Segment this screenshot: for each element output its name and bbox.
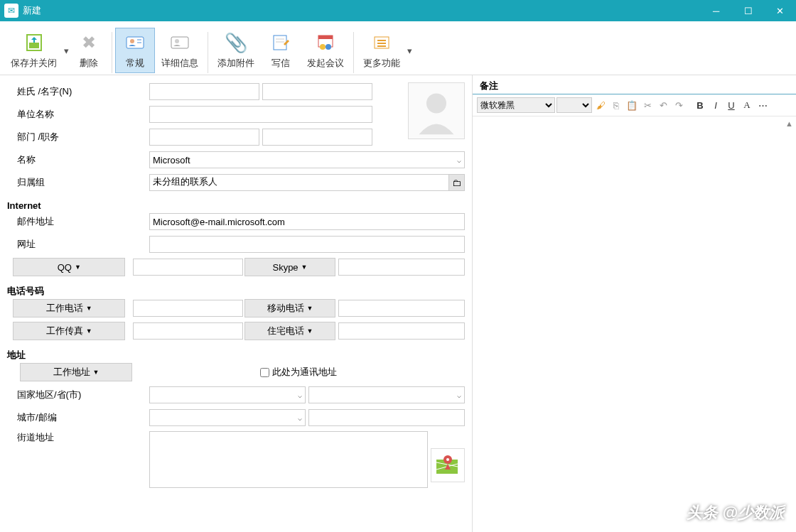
- svg-rect-6: [171, 37, 188, 48]
- website-label: 网址: [7, 238, 149, 251]
- app-icon: ✉: [4, 4, 18, 18]
- display-name-label: 名称: [7, 153, 149, 166]
- mobile-input[interactable]: [338, 300, 465, 317]
- font-size-select[interactable]: [556, 97, 592, 113]
- contact-card-icon: [124, 31, 146, 54]
- chevron-down-icon: ⌵: [298, 414, 302, 422]
- ribbon-toolbar: 保存并关闭 ▾ ✖ 删除 常规 详细信息 📎 添加附件 写信 发起会议: [0, 21, 796, 75]
- company-label: 单位名称: [7, 108, 149, 121]
- italic-button[interactable]: I: [709, 98, 723, 112]
- job-input[interactable]: [262, 129, 372, 146]
- address-section: 地址: [7, 344, 465, 363]
- svg-point-14: [326, 44, 331, 50]
- paperclip-icon: 📎: [225, 31, 247, 54]
- notes-toolbar: 微软雅黑 🖌 ⎘ 📋 ✂ ↶ ↷ B I U A ⋯: [473, 94, 796, 116]
- svg-point-3: [130, 39, 134, 43]
- svg-rect-12: [318, 36, 333, 39]
- notes-title: 备注: [480, 80, 789, 92]
- svg-point-7: [175, 39, 179, 43]
- dept-label: 部门 /职务: [7, 131, 149, 143]
- mobile-selector[interactable]: 移动电话▼: [244, 299, 335, 317]
- city-combo[interactable]: ⌵: [149, 409, 306, 426]
- avatar-placeholder[interactable]: [408, 82, 465, 139]
- meeting-icon: [314, 31, 337, 54]
- delete-button[interactable]: ✖ 删除: [69, 28, 109, 73]
- website-input[interactable]: [149, 236, 465, 253]
- minimize-button[interactable]: ─: [700, 0, 732, 21]
- save-icon: [23, 31, 45, 54]
- work-fax-selector[interactable]: 工作传真▼: [13, 322, 125, 340]
- copy-icon[interactable]: ⎘: [609, 98, 623, 112]
- more-dropdown[interactable]: ▾: [407, 28, 412, 73]
- compose-button[interactable]: 写信: [261, 28, 301, 73]
- street-textarea[interactable]: [149, 431, 428, 488]
- mailing-address-checkbox[interactable]: [260, 368, 269, 377]
- folder-icon[interactable]: 🗀: [448, 175, 464, 190]
- redo-icon[interactable]: ↷: [672, 98, 686, 112]
- details-tab[interactable]: 详细信息: [155, 28, 205, 73]
- display-name-combo[interactable]: Microsoft ⌵: [149, 151, 465, 168]
- scroll-up-icon[interactable]: ▲: [785, 119, 793, 128]
- svg-point-19: [426, 94, 446, 114]
- email-label: 邮件地址: [7, 215, 149, 228]
- skype-input[interactable]: [338, 259, 465, 276]
- svg-point-21: [446, 458, 449, 461]
- surname-label: 姓氏 /名字(N): [7, 85, 149, 98]
- city-label: 城市/邮编: [7, 411, 149, 424]
- bold-button[interactable]: B: [693, 98, 707, 112]
- undo-icon[interactable]: ↶: [656, 98, 670, 112]
- paste-icon[interactable]: 📋: [625, 98, 639, 112]
- details-icon: [168, 31, 191, 54]
- delete-icon: ✖: [77, 31, 100, 54]
- font-style-button[interactable]: A: [740, 98, 754, 112]
- compose-icon: [269, 31, 292, 54]
- meeting-button[interactable]: 发起会议: [301, 28, 350, 73]
- work-address-selector[interactable]: 工作地址▼: [20, 363, 132, 381]
- form-panel: 姓氏 /名字(N) 单位名称 部门 /职务 名称: [0, 75, 473, 532]
- chevron-down-icon: ⌵: [298, 391, 302, 399]
- more-button[interactable]: 更多功能: [357, 28, 407, 73]
- internet-section: Internet: [7, 196, 465, 212]
- more-icon: [370, 31, 393, 54]
- attach-button[interactable]: 📎 添加附件: [211, 28, 261, 73]
- skype-selector[interactable]: Skype▼: [244, 258, 335, 276]
- chevron-down-icon: ⌵: [457, 156, 461, 164]
- qq-input[interactable]: [133, 259, 243, 276]
- country-label: 国家地区/省(市): [7, 389, 149, 401]
- country-combo[interactable]: ⌵: [149, 386, 306, 403]
- window-title: 新建: [23, 4, 700, 17]
- surname-input[interactable]: [149, 83, 259, 100]
- dept-input[interactable]: [149, 129, 259, 146]
- qq-selector[interactable]: QQ▼: [13, 258, 125, 276]
- province-combo[interactable]: ⌵: [308, 386, 465, 403]
- firstname-input[interactable]: [262, 83, 372, 100]
- save-close-button[interactable]: 保存并关闭: [4, 28, 63, 73]
- zipcode-input[interactable]: [308, 409, 465, 426]
- work-fax-input[interactable]: [133, 322, 243, 340]
- close-button[interactable]: ✕: [764, 0, 796, 21]
- maximize-button[interactable]: ☐: [732, 0, 764, 21]
- mailing-address-label: 此处为通讯地址: [272, 366, 337, 379]
- svg-rect-8: [274, 36, 286, 50]
- group-label: 归属组: [7, 176, 149, 189]
- cut-icon[interactable]: ✂: [640, 98, 655, 112]
- notes-panel: 备注 微软雅黑 🖌 ⎘ 📋 ✂ ↶ ↷ B I U A ⋯ ▲: [473, 75, 796, 532]
- toolbar-expand-icon[interactable]: ⋯: [755, 98, 770, 112]
- group-selector[interactable]: 未分组的联系人 🗀: [149, 174, 465, 191]
- home-phone-input[interactable]: [338, 322, 465, 340]
- general-tab[interactable]: 常规: [115, 28, 155, 73]
- street-label: 街道地址: [7, 431, 149, 444]
- titlebar: ✉ 新建 ─ ☐ ✕: [0, 0, 796, 21]
- svg-rect-1: [29, 43, 39, 48]
- work-phone-input[interactable]: [133, 300, 243, 317]
- save-dropdown[interactable]: ▾: [63, 28, 69, 73]
- map-button[interactable]: [431, 448, 465, 482]
- company-input[interactable]: [149, 106, 372, 123]
- underline-button[interactable]: U: [724, 98, 738, 112]
- email-input[interactable]: [149, 213, 465, 230]
- font-family-select[interactable]: 微软雅黑: [477, 97, 555, 113]
- work-phone-selector[interactable]: 工作电话▼: [13, 299, 125, 317]
- notes-editor[interactable]: ▲: [473, 116, 796, 532]
- format-painter-icon[interactable]: 🖌: [593, 98, 608, 112]
- home-phone-selector[interactable]: 住宅电话▼: [244, 322, 335, 340]
